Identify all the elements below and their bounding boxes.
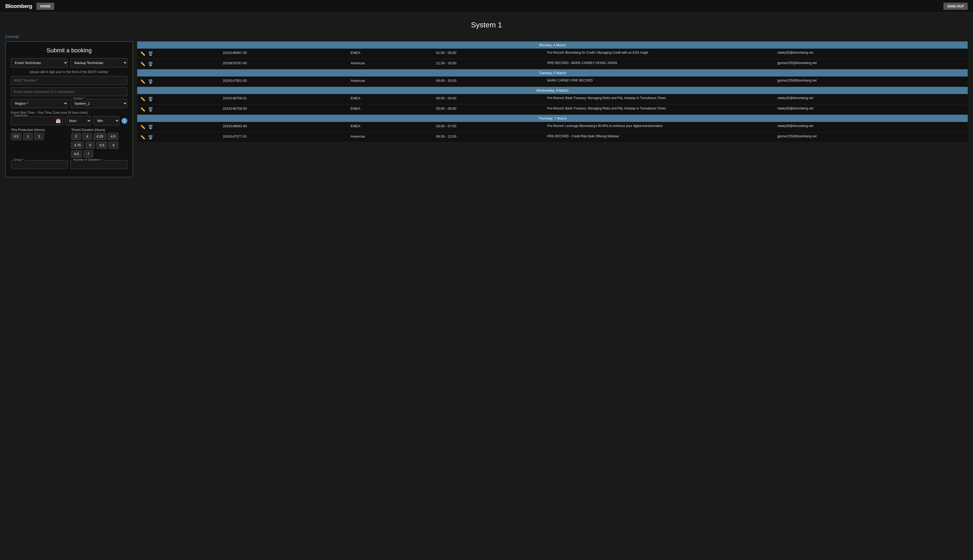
- dur-btn-2[interactable]: 2: [71, 133, 81, 140]
- booking-event-name: Pre-Record: Bloomberg for Credit I Manag…: [545, 48, 775, 59]
- booking-region: EMEA: [348, 48, 433, 59]
- booking-id: 2024878787-00: [220, 59, 348, 69]
- delete-button[interactable]: 🗑️: [147, 107, 154, 112]
- table-row: ✏️ 🗑️ 2024878787-00Americas12:30 - 16:00…: [137, 59, 968, 69]
- delete-button[interactable]: 🗑️: [147, 61, 154, 67]
- datetime-row: DatePicker 03/04/2024 📅 Hour 00010203 04…: [11, 116, 127, 125]
- schedule-table-panel: Monday, 4 March ✏️ 🗑️ 2024146867-00EMEA0…: [137, 42, 968, 143]
- home-button[interactable]: HOME: [37, 3, 54, 10]
- edit-button[interactable]: ✏️: [140, 51, 146, 57]
- bookings-table: Monday, 4 March ✏️ 🗑️ 2024146867-00EMEA0…: [137, 42, 968, 143]
- hour-select[interactable]: Hour 00010203 04050607 08091011 12131415…: [65, 116, 91, 125]
- form-title: Submit a booking: [11, 47, 127, 54]
- region-select[interactable]: Region * EMEA Americas APAC: [11, 99, 68, 108]
- expand-link[interactable]: EXPAND: [5, 35, 19, 39]
- group-input[interactable]: 1: [11, 160, 68, 169]
- dur-btn-4.5[interactable]: 4.5: [108, 133, 118, 140]
- event-technician-select[interactable]: Event TechnicianOption 2Option 3: [11, 58, 68, 67]
- dur-btn-6.5[interactable]: 6.5: [71, 150, 82, 158]
- booking-region: Americas: [348, 59, 433, 69]
- page-content: System 1 EXPAND Submit a booking Event T…: [0, 13, 973, 183]
- booking-email: rdaley30@bloomberg.net: [775, 94, 968, 104]
- dur-btn-7[interactable]: 7: [84, 150, 93, 158]
- speakers-wrap: Number of Speakers * 0: [70, 160, 127, 169]
- min-select-wrap: Min 00153045: [93, 116, 119, 125]
- dur-btn-5.5[interactable]: 5.5: [97, 142, 107, 149]
- day-header-row: Wednesday, 6 March: [137, 87, 968, 94]
- booking-time: 12:30 - 16:00: [433, 59, 545, 69]
- dur-btn-4[interactable]: 4: [82, 133, 92, 140]
- delete-button[interactable]: 🗑️: [147, 51, 154, 57]
- booking-email: jgomez235@bloomberg.net: [775, 59, 968, 69]
- action-cell: ✏️ 🗑️: [137, 48, 220, 59]
- pre-prod-btn-1[interactable]: 1: [23, 133, 33, 140]
- action-cell: ✏️ 🗑️: [137, 59, 220, 69]
- booking-region: EMEA: [348, 94, 433, 104]
- table-row: ✏️ 🗑️ 2024148693-00EMEA03:00 - 07:00Pre-…: [137, 122, 968, 132]
- edit-button[interactable]: ✏️: [140, 124, 146, 130]
- booking-time: 00:00 - 04:00: [433, 94, 545, 104]
- action-icons: ✏️ 🗑️: [140, 107, 217, 112]
- signout-button[interactable]: SIGN OUT: [943, 3, 968, 10]
- dur-btn-6[interactable]: 6: [109, 142, 118, 149]
- booking-event-name: PRE RECORD - MARK CARNEY GFANZ JAPAN: [545, 59, 775, 69]
- backup-technician-group: Backup TechnicianOption 2Option 3: [70, 58, 127, 67]
- delete-button[interactable]: 🗑️: [147, 96, 154, 102]
- day-header-cell: Thursday, 7 March: [137, 115, 968, 122]
- booking-time: 08:30 - 12:00: [433, 132, 545, 143]
- edit-button[interactable]: ✏️: [140, 61, 146, 67]
- edit-button[interactable]: ✏️: [140, 134, 146, 140]
- booking-event-name: PRE-RECORD - Credit Risk Bulk Offering W…: [545, 132, 775, 143]
- datepicker-label: DatePicker: [13, 114, 29, 117]
- edit-button[interactable]: ✏️: [140, 107, 146, 112]
- pre-prod-btn-0.5[interactable]: 0.5: [11, 133, 22, 140]
- pre-production-group: *Pre Production (Hours) 0.5 1 2: [11, 128, 67, 158]
- event-duration-group: *Event Duration (Hours) 2 4 4.25 4.5 4.7…: [71, 128, 127, 158]
- booking-id: 2024148758-00: [220, 104, 348, 115]
- action-cell: ✏️ 🗑️: [137, 122, 220, 132]
- booking-event-name: Pre-Record: Bank Treasury: Managing Risk…: [545, 94, 775, 104]
- info-icon[interactable]: i: [122, 118, 127, 124]
- booking-email: rdaley30@bloomberg.net: [775, 104, 968, 115]
- group-speakers-row: Group * 1 Number of Speakers * 0: [11, 160, 127, 169]
- date-input[interactable]: 03/04/2024: [11, 117, 63, 125]
- action-cell: ✏️ 🗑️: [137, 94, 220, 104]
- action-icons: ✏️ 🗑️: [140, 124, 217, 130]
- day-header-row: Monday, 4 March: [137, 42, 968, 48]
- speakers-label: Number of Speakers *: [73, 158, 103, 161]
- action-icons: ✏️ 🗑️: [140, 96, 217, 102]
- dur-btn-5[interactable]: 5: [85, 142, 95, 149]
- booking-time: 03:00 - 07:00: [433, 122, 545, 132]
- table-row: ✏️ 🗑️ 2024146867-00EMEA01:00 - 05:00Pre-…: [137, 48, 968, 59]
- booking-id: 2024148758-01: [220, 94, 348, 104]
- booking-email: rdaley30@bloomberg.net: [775, 122, 968, 132]
- dur-btn-4.25[interactable]: 4.25: [94, 133, 106, 140]
- group-wrap: Group * 1: [11, 160, 68, 169]
- booking-time: 06:00 - 10:00: [433, 77, 545, 87]
- bget-input[interactable]: [11, 76, 127, 85]
- day-header-row: Thursday, 7 March: [137, 115, 968, 122]
- delete-button[interactable]: 🗑️: [147, 124, 154, 130]
- booking-region: EMEA: [348, 122, 433, 132]
- edit-button[interactable]: ✏️: [140, 78, 146, 85]
- system-select[interactable]: System_1: [70, 99, 127, 108]
- technician-row: Event TechnicianOption 2Option 3 Backup …: [11, 58, 127, 67]
- delete-button[interactable]: 🗑️: [147, 78, 154, 85]
- min-select[interactable]: Min 00153045: [93, 116, 119, 125]
- backup-technician-select[interactable]: Backup TechnicianOption 2Option 3: [70, 58, 127, 67]
- booking-event-name: MARK CARNEY PRE RECORD: [545, 77, 775, 87]
- booking-event-name: Pre-Record: Leverage Bloomberg's IB APIs…: [545, 122, 775, 132]
- region-group: Region * EMEA Americas APAC: [11, 99, 68, 108]
- booking-time: 01:00 - 05:00: [433, 48, 545, 59]
- edit-button[interactable]: ✏️: [140, 96, 146, 102]
- booking-id: 2024148693-00: [220, 122, 348, 132]
- delete-button[interactable]: 🗑️: [147, 134, 154, 140]
- booking-region: Americas: [348, 132, 433, 143]
- dur-btn-4.75[interactable]: 4.75: [71, 142, 84, 149]
- day-header-cell: Tuesday, 5 March: [137, 69, 968, 77]
- speakers-input[interactable]: 0: [70, 160, 127, 169]
- pre-prod-btn-2[interactable]: 2: [34, 133, 44, 140]
- event-name-input[interactable]: [11, 87, 127, 96]
- table-row: ✏️ 🗑️ 2024147951-00Americas06:00 - 10:00…: [137, 77, 968, 87]
- technician-group: Event TechnicianOption 2Option 3: [11, 58, 68, 67]
